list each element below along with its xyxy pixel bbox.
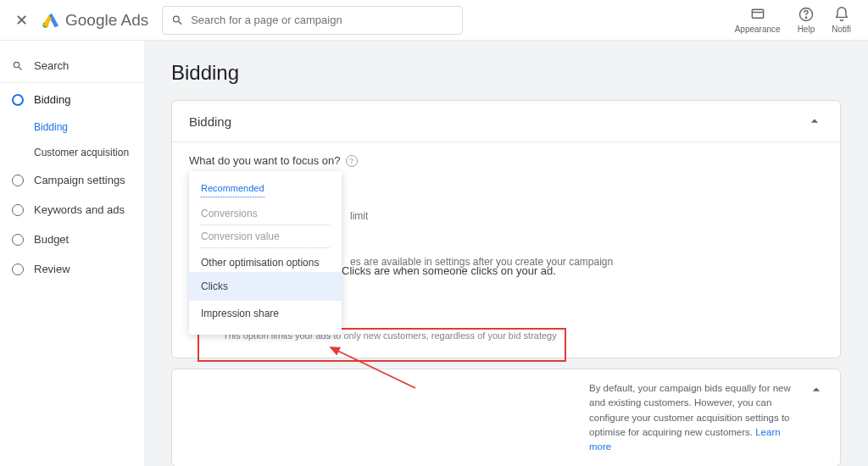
focus-question: What do you want to focus on? ? [189,154,823,167]
step-marker-icon [12,94,24,106]
svg-rect-1 [752,9,763,18]
chevron-up-icon[interactable] [808,381,825,398]
notifications-button[interactable]: Notifi [823,6,860,34]
customer-acquisition-card: By default, your campaign bids equally f… [171,369,841,466]
step-marker-icon [12,234,24,246]
sidebar-sub-bidding[interactable]: Bidding [0,114,144,140]
sidebar-item-bidding[interactable]: Bidding [0,85,144,114]
help-tooltip-icon[interactable]: ? [346,155,358,167]
sidebar-item-search[interactable]: Search [0,51,144,80]
sidebar-item-campaign-settings[interactable]: Campaign settings [0,165,144,195]
sidebar-item-keywords[interactable]: Keywords and ads [0,195,144,225]
dropdown-option-impression-share[interactable]: Impression share [189,301,342,326]
dropdown-option-conversion-value[interactable]: Conversion value [201,225,330,248]
product-logo: Google Ads [42,11,148,30]
bidding-card: Bidding What do you want to focus on? ? … [171,100,841,358]
appearance-icon [749,6,766,23]
sidebar-item-budget[interactable]: Budget [0,225,144,254]
step-marker-icon [12,264,24,275]
sidebar-sub-customer-acquisition[interactable]: Customer acquisition [0,140,144,165]
product-name: Google Ads [65,11,148,30]
search-icon [171,14,184,27]
search-input[interactable] [191,14,453,26]
info-panel: By default, your campaign bids equally f… [589,381,793,454]
bell-icon [833,6,850,23]
dropdown-option-conversions[interactable]: Conversions [201,202,330,225]
search-box[interactable] [162,6,463,35]
dropdown-option-clicks[interactable]: Clicks [189,272,342,301]
sidebar: Search Bidding Bidding Customer acquisit… [0,41,144,466]
page-title: Bidding [171,61,841,85]
divider [0,82,144,83]
svg-point-4 [805,17,806,18]
chevron-up-icon [806,113,823,130]
ads-logo-icon [42,11,60,30]
focus-dropdown[interactable]: Recommended Conversions Conversion value… [189,171,342,335]
obscured-text: es are available in settings after you c… [350,253,823,272]
dropdown-group-other: Other optimisation options [189,248,342,272]
step-marker-icon [12,204,24,216]
step-marker-icon [12,175,24,186]
appearance-button[interactable]: Appearance [726,6,789,34]
sidebar-item-review[interactable]: Review [0,254,144,284]
card-header[interactable]: Bidding [172,101,840,142]
dropdown-section-recommended: Recommended [201,180,264,197]
help-icon [798,6,815,23]
card-title: Bidding [189,114,231,129]
obscured-text: limit [350,208,823,226]
close-icon[interactable]: ✕ [8,11,35,30]
help-button[interactable]: Help [789,6,824,34]
search-icon [12,60,24,72]
